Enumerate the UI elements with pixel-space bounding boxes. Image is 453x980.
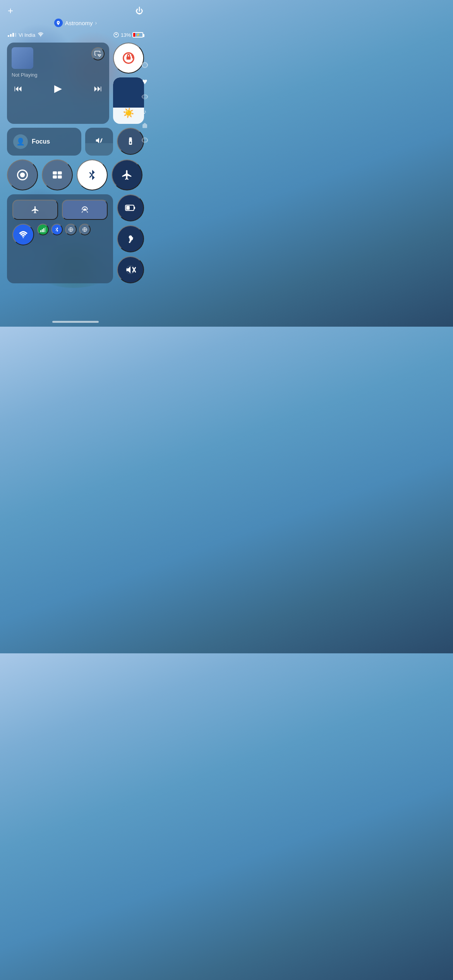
svg-point-0 bbox=[40, 36, 41, 37]
wifi-button[interactable] bbox=[12, 224, 34, 245]
volume-mute-icon bbox=[95, 136, 103, 147]
vpn-icon bbox=[68, 227, 74, 232]
signal-bar-1 bbox=[8, 35, 9, 37]
svg-rect-21 bbox=[42, 229, 43, 232]
screen-mirror-icon bbox=[52, 170, 63, 180]
signal-bars bbox=[8, 33, 16, 37]
svg-point-41 bbox=[142, 94, 148, 99]
battery-percent: 13% bbox=[121, 32, 131, 38]
sound-recognition-icon bbox=[125, 264, 136, 275]
screen-record-button[interactable] bbox=[7, 159, 38, 190]
wifi-status-icon bbox=[38, 32, 44, 38]
next-button[interactable]: ⏭ bbox=[91, 83, 105, 94]
svg-rect-12 bbox=[53, 171, 57, 175]
svg-rect-23 bbox=[45, 227, 46, 232]
svg-line-24 bbox=[56, 228, 57, 230]
battery-saver-button[interactable] bbox=[117, 194, 144, 221]
svg-point-40 bbox=[142, 96, 148, 98]
signal-bar-2 bbox=[10, 34, 12, 37]
bluetooth-mini-button[interactable] bbox=[51, 224, 63, 235]
cellular-right-icon-3 bbox=[142, 137, 148, 145]
svg-point-43 bbox=[142, 138, 148, 143]
globe-mini-button[interactable] bbox=[79, 224, 91, 235]
bluetooth-mini-icon bbox=[55, 227, 59, 232]
svg-point-19 bbox=[22, 237, 24, 238]
bluetooth-button[interactable] bbox=[77, 159, 108, 190]
mini-buttons-group bbox=[37, 224, 108, 245]
airplay-button[interactable] bbox=[91, 47, 105, 60]
battery-bolt-icon: ⚡ bbox=[136, 33, 140, 37]
battery-fill bbox=[133, 33, 135, 37]
hearing-button[interactable] bbox=[117, 225, 144, 252]
now-playing-card[interactable]: Not Playing ⏮ ▶ ⏭ bbox=[7, 43, 109, 124]
right-col-1: ☀️ bbox=[113, 43, 144, 124]
connectivity-bottom bbox=[12, 224, 108, 245]
row2: 👤 Focus bbox=[7, 128, 144, 156]
svg-rect-20 bbox=[40, 230, 41, 232]
cellular-right-icon-1 bbox=[142, 62, 148, 70]
focus-label-row[interactable]: Astronomy › bbox=[0, 19, 151, 27]
svg-line-17 bbox=[89, 175, 92, 178]
now-playing-top bbox=[12, 47, 105, 69]
svg-rect-32 bbox=[126, 206, 130, 210]
signal-bar-4 bbox=[15, 33, 16, 37]
svg-marker-2 bbox=[98, 55, 101, 57]
controls-area: Not Playing ⏮ ▶ ⏭ bbox=[0, 43, 151, 283]
battery-icon: ⚡ bbox=[132, 32, 143, 38]
power-button[interactable]: ⏻ bbox=[136, 7, 143, 15]
prev-button[interactable]: ⏮ bbox=[12, 83, 25, 94]
bluetooth-icon bbox=[88, 169, 97, 181]
screen-mirror-button[interactable] bbox=[42, 159, 73, 190]
play-button[interactable]: ▶ bbox=[52, 82, 64, 95]
battery-saver-icon bbox=[125, 202, 136, 213]
focus-location-icon bbox=[54, 19, 63, 27]
svg-line-16 bbox=[89, 172, 92, 175]
status-left: Vi India bbox=[8, 32, 44, 38]
sound-recognition-button[interactable] bbox=[117, 256, 144, 283]
svg-point-38 bbox=[142, 63, 148, 67]
svg-line-25 bbox=[56, 230, 57, 231]
music-note-icon: ♪ bbox=[143, 108, 146, 115]
right-icons-column: ♥ ♪ bbox=[142, 62, 148, 145]
brightness-sun-icon: ☀️ bbox=[123, 108, 134, 118]
focus-name: Astronomy bbox=[65, 20, 93, 26]
volume-slider[interactable] bbox=[85, 128, 113, 156]
album-art bbox=[12, 47, 33, 69]
vpn-mini-button[interactable] bbox=[65, 224, 77, 235]
lock-rotation-button[interactable] bbox=[113, 43, 144, 74]
row4 bbox=[7, 194, 144, 283]
lock-rotation-status-icon bbox=[113, 32, 119, 38]
top-bar: + ⏻ bbox=[0, 0, 151, 19]
screen-record-icon bbox=[17, 169, 28, 181]
svg-rect-9 bbox=[130, 142, 131, 144]
connectivity-top bbox=[12, 200, 108, 220]
connectivity-card bbox=[7, 194, 113, 283]
focus-card[interactable]: 👤 Focus bbox=[7, 128, 81, 156]
add-button[interactable]: + bbox=[8, 6, 13, 15]
connectivity-airplane-button[interactable] bbox=[12, 200, 58, 220]
svg-rect-14 bbox=[53, 175, 57, 178]
signal-bars-icon bbox=[40, 227, 46, 232]
torch-button[interactable] bbox=[117, 128, 144, 155]
home-indicator bbox=[52, 321, 99, 323]
heart-icon: ♥ bbox=[142, 77, 147, 87]
svg-point-37 bbox=[142, 64, 148, 66]
svg-point-33 bbox=[129, 242, 130, 243]
torch-icon bbox=[126, 137, 135, 146]
status-bar: Vi India 13% ⚡ bbox=[0, 30, 151, 43]
focus-card-label: Focus bbox=[32, 138, 50, 145]
cellular-right-icon-2 bbox=[142, 94, 148, 101]
media-controls: ⏮ ▶ ⏭ bbox=[12, 82, 105, 95]
battery-icon-container: ⚡ bbox=[132, 32, 143, 38]
status-right: 13% ⚡ bbox=[113, 32, 143, 38]
svg-rect-15 bbox=[58, 175, 62, 178]
connectivity-airdrop-button[interactable] bbox=[62, 200, 108, 220]
svg-rect-31 bbox=[134, 207, 135, 209]
cellular-mini-button[interactable] bbox=[37, 224, 49, 235]
airplane-mode-button[interactable] bbox=[112, 159, 142, 190]
brightness-slider[interactable]: ☀️ bbox=[113, 77, 144, 124]
svg-rect-22 bbox=[43, 228, 45, 233]
home-kit-icon bbox=[142, 122, 148, 130]
hearing-icon bbox=[125, 234, 136, 244]
brightness-top-fill bbox=[113, 77, 144, 108]
